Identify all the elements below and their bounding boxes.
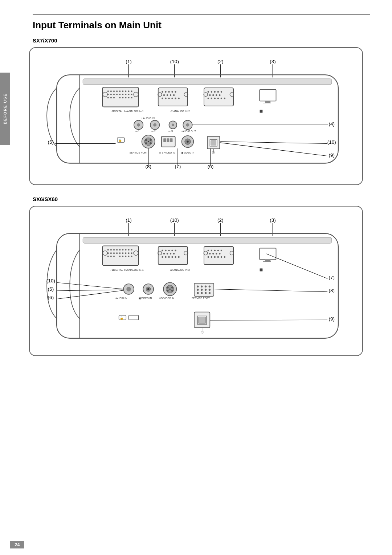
d2-callout-1: (1) bbox=[126, 217, 132, 223]
svg-rect-9 bbox=[110, 90, 112, 92]
d2-callout-9: (9) bbox=[329, 316, 335, 322]
svg-point-46 bbox=[162, 98, 163, 99]
d2-label-service-port: SERVICE PORT bbox=[192, 297, 210, 299]
svg-rect-25 bbox=[131, 94, 132, 95]
svg-point-49 bbox=[171, 98, 173, 99]
svg-rect-129 bbox=[119, 252, 121, 254]
svg-rect-117 bbox=[110, 249, 112, 250]
svg-rect-20 bbox=[116, 94, 118, 95]
svg-point-43 bbox=[167, 94, 168, 96]
svg-point-69 bbox=[224, 98, 226, 99]
diagram2-svg: (1) (10) (2) (3) bbox=[37, 214, 351, 348]
svg-point-64 bbox=[208, 98, 209, 99]
svg-point-87 bbox=[145, 139, 147, 141]
d2-callout-3: (3) bbox=[270, 217, 276, 223]
svg-point-42 bbox=[163, 94, 165, 96]
svg-point-88 bbox=[150, 139, 151, 141]
label-audio-in: ♪ AUDIO IN bbox=[141, 117, 155, 120]
callout-9: (9) bbox=[329, 152, 335, 158]
svg-point-171 bbox=[219, 253, 221, 255]
svg-rect-120 bbox=[119, 249, 121, 250]
label-audio-2: ♪-♪2 bbox=[151, 130, 156, 132]
svg-rect-115 bbox=[102, 246, 138, 265]
sidebar-label: BEFORE USE bbox=[0, 73, 10, 145]
svg-point-176 bbox=[221, 256, 222, 258]
svg-rect-114 bbox=[83, 237, 332, 243]
section1-label: SX7/X700 bbox=[33, 37, 370, 44]
svg-rect-22 bbox=[122, 94, 124, 95]
svg-line-209 bbox=[57, 290, 123, 291]
svg-point-39 bbox=[168, 91, 170, 93]
svg-point-44 bbox=[170, 94, 172, 96]
page-number-area: 24 bbox=[0, 541, 392, 548]
label-audio-s: ♪-♪S bbox=[168, 130, 173, 132]
svg-rect-118 bbox=[113, 249, 115, 250]
label-video-in: ▣VIDEO IN bbox=[181, 151, 195, 154]
svg-rect-16 bbox=[131, 90, 132, 92]
svg-rect-19 bbox=[113, 94, 115, 95]
svg-rect-216 bbox=[199, 317, 206, 323]
svg-point-194 bbox=[169, 289, 171, 290]
svg-point-167 bbox=[221, 250, 222, 252]
svg-point-199 bbox=[209, 286, 211, 287]
svg-rect-73 bbox=[265, 101, 270, 103]
svg-point-165 bbox=[214, 250, 216, 252]
label-analog-in2: ♪2 ANALOG IN-2 bbox=[170, 110, 190, 113]
svg-rect-8 bbox=[107, 90, 109, 92]
svg-rect-32 bbox=[128, 97, 130, 98]
svg-point-164 bbox=[211, 250, 213, 252]
svg-rect-27 bbox=[110, 97, 112, 98]
svg-rect-54 bbox=[204, 88, 233, 106]
callout-3-top: (3) bbox=[270, 59, 276, 64]
svg-point-57 bbox=[214, 91, 216, 93]
svg-point-197 bbox=[201, 286, 203, 287]
svg-rect-127 bbox=[113, 252, 115, 254]
svg-rect-93 bbox=[163, 138, 166, 142]
svg-rect-100 bbox=[211, 140, 216, 145]
svg-line-210 bbox=[57, 290, 123, 299]
svg-rect-130 bbox=[122, 252, 124, 254]
svg-point-60 bbox=[209, 94, 211, 96]
svg-point-148 bbox=[171, 250, 173, 252]
svg-rect-18 bbox=[110, 94, 112, 95]
d2-label-audio-in: ♪AUDIO IN bbox=[115, 297, 127, 299]
svg-point-206 bbox=[205, 292, 207, 294]
svg-point-82 bbox=[186, 123, 189, 127]
svg-rect-11 bbox=[116, 90, 118, 92]
svg-rect-126 bbox=[110, 252, 112, 254]
svg-rect-12 bbox=[119, 90, 121, 92]
svg-rect-121 bbox=[122, 249, 124, 250]
svg-point-196 bbox=[197, 286, 199, 287]
diagram2-box: (1) (10) (2) (3) bbox=[29, 206, 363, 356]
svg-point-198 bbox=[205, 286, 207, 287]
svg-point-38 bbox=[165, 91, 167, 93]
svg-point-184 bbox=[126, 287, 131, 291]
svg-rect-180 bbox=[260, 248, 276, 260]
svg-point-47 bbox=[165, 98, 167, 99]
svg-point-147 bbox=[168, 250, 170, 252]
d2-lock-icon: 🔒 bbox=[120, 316, 124, 320]
svg-point-67 bbox=[217, 98, 219, 99]
svg-rect-162 bbox=[204, 246, 233, 265]
svg-rect-141 bbox=[131, 256, 132, 257]
svg-rect-133 bbox=[131, 252, 132, 254]
svg-rect-30 bbox=[122, 97, 124, 98]
svg-rect-116 bbox=[107, 249, 109, 250]
callout-5: (5) bbox=[48, 139, 54, 145]
section2-label: SX6/SX60 bbox=[33, 196, 370, 202]
svg-rect-26 bbox=[107, 97, 109, 98]
svg-rect-144 bbox=[158, 246, 188, 265]
svg-rect-28 bbox=[113, 97, 115, 98]
label-service-port: SERVICE PORT bbox=[130, 151, 148, 154]
svg-point-207 bbox=[209, 292, 211, 294]
svg-rect-214 bbox=[129, 315, 139, 320]
svg-point-205 bbox=[201, 292, 203, 294]
svg-point-155 bbox=[165, 256, 167, 258]
dvi-pins bbox=[107, 90, 132, 98]
svg-point-41 bbox=[175, 91, 176, 93]
svg-point-76 bbox=[137, 123, 140, 127]
d2-callout-6: (6) bbox=[48, 295, 54, 300]
svg-line-104 bbox=[220, 143, 327, 156]
callout-10-mid: (10) bbox=[327, 139, 336, 145]
svg-line-212 bbox=[214, 289, 327, 291]
